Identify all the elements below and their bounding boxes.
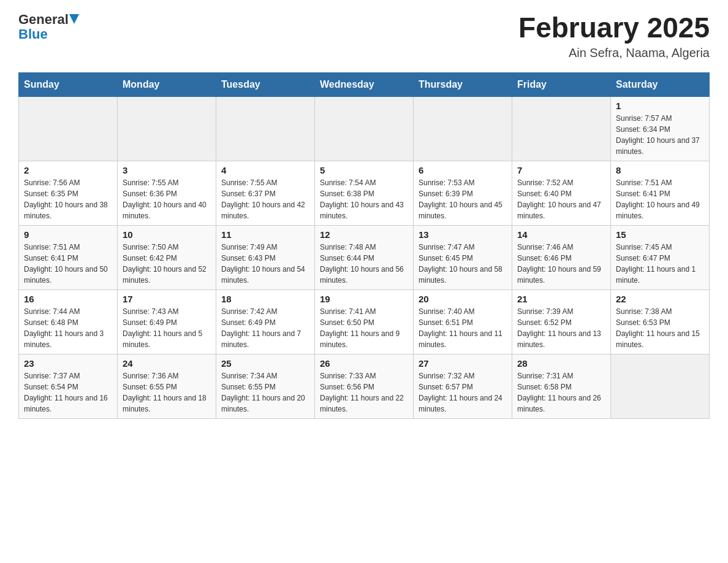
day-info: Sunrise: 7:47 AMSunset: 6:45 PMDaylight:… bbox=[419, 242, 507, 286]
day-number: 12 bbox=[320, 229, 408, 240]
header-thursday: Thursday bbox=[414, 72, 512, 96]
day-number: 13 bbox=[419, 229, 507, 240]
calendar-cell: 24Sunrise: 7:36 AMSunset: 6:55 PMDayligh… bbox=[118, 354, 216, 418]
calendar-table: Sunday Monday Tuesday Wednesday Thursday… bbox=[18, 72, 710, 419]
day-info: Sunrise: 7:33 AMSunset: 6:56 PMDaylight:… bbox=[320, 370, 408, 415]
day-info: Sunrise: 7:55 AMSunset: 6:37 PMDaylight:… bbox=[221, 177, 309, 221]
day-info: Sunrise: 7:52 AMSunset: 6:40 PMDaylight:… bbox=[517, 177, 605, 221]
calendar-cell: 26Sunrise: 7:33 AMSunset: 6:56 PMDayligh… bbox=[315, 354, 414, 418]
calendar-cell bbox=[414, 96, 512, 161]
day-info: Sunrise: 7:57 AMSunset: 6:34 PMDaylight:… bbox=[616, 113, 704, 157]
day-number: 3 bbox=[123, 165, 211, 175]
day-info: Sunrise: 7:49 AMSunset: 6:43 PMDaylight:… bbox=[221, 242, 309, 286]
day-info: Sunrise: 7:51 AMSunset: 6:41 PMDaylight:… bbox=[616, 177, 704, 221]
day-number: 22 bbox=[616, 294, 704, 304]
day-number: 24 bbox=[123, 358, 211, 369]
calendar-cell bbox=[315, 96, 414, 161]
title-block: February 2025 Ain Sefra, Naama, Algeria bbox=[518, 12, 710, 60]
header-tuesday: Tuesday bbox=[216, 72, 315, 96]
calendar-cell: 17Sunrise: 7:43 AMSunset: 6:49 PMDayligh… bbox=[118, 289, 216, 354]
day-info: Sunrise: 7:54 AMSunset: 6:38 PMDaylight:… bbox=[320, 177, 408, 221]
day-info: Sunrise: 7:43 AMSunset: 6:49 PMDaylight:… bbox=[123, 306, 211, 350]
day-info: Sunrise: 7:42 AMSunset: 6:49 PMDaylight:… bbox=[221, 306, 309, 350]
calendar-cell bbox=[512, 96, 611, 161]
day-info: Sunrise: 7:45 AMSunset: 6:47 PMDaylight:… bbox=[616, 242, 704, 286]
calendar-cell: 16Sunrise: 7:44 AMSunset: 6:48 PMDayligh… bbox=[19, 289, 118, 354]
calendar-cell: 25Sunrise: 7:34 AMSunset: 6:55 PMDayligh… bbox=[216, 354, 315, 418]
calendar-cell bbox=[118, 96, 216, 161]
calendar-cell bbox=[216, 96, 315, 161]
calendar-cell: 18Sunrise: 7:42 AMSunset: 6:49 PMDayligh… bbox=[216, 289, 315, 354]
calendar-cell: 9Sunrise: 7:51 AMSunset: 6:41 PMDaylight… bbox=[19, 225, 118, 289]
day-info: Sunrise: 7:40 AMSunset: 6:51 PMDaylight:… bbox=[419, 306, 507, 350]
calendar-cell: 4Sunrise: 7:55 AMSunset: 6:37 PMDaylight… bbox=[216, 161, 315, 225]
calendar-week-row: 9Sunrise: 7:51 AMSunset: 6:41 PMDaylight… bbox=[19, 225, 710, 289]
calendar-cell: 14Sunrise: 7:46 AMSunset: 6:46 PMDayligh… bbox=[512, 225, 611, 289]
header-sunday: Sunday bbox=[19, 72, 118, 96]
day-number: 5 bbox=[320, 165, 408, 175]
calendar-week-row: 2Sunrise: 7:56 AMSunset: 6:35 PMDaylight… bbox=[19, 161, 710, 225]
day-info: Sunrise: 7:53 AMSunset: 6:39 PMDaylight:… bbox=[419, 177, 507, 221]
svg-marker-0 bbox=[69, 14, 79, 24]
calendar-cell bbox=[611, 354, 710, 418]
calendar-week-row: 16Sunrise: 7:44 AMSunset: 6:48 PMDayligh… bbox=[19, 289, 710, 354]
day-info: Sunrise: 7:37 AMSunset: 6:54 PMDaylight:… bbox=[24, 370, 112, 415]
day-info: Sunrise: 7:39 AMSunset: 6:52 PMDaylight:… bbox=[517, 306, 605, 350]
calendar-cell: 23Sunrise: 7:37 AMSunset: 6:54 PMDayligh… bbox=[19, 354, 118, 418]
day-info: Sunrise: 7:50 AMSunset: 6:42 PMDaylight:… bbox=[123, 242, 211, 286]
header-monday: Monday bbox=[118, 72, 216, 96]
day-number: 25 bbox=[221, 358, 309, 369]
day-number: 10 bbox=[123, 229, 211, 240]
header-friday: Friday bbox=[512, 72, 611, 96]
day-number: 1 bbox=[616, 101, 704, 111]
logo-general-text: General bbox=[18, 12, 69, 27]
day-number: 27 bbox=[419, 358, 507, 369]
day-info: Sunrise: 7:32 AMSunset: 6:57 PMDaylight:… bbox=[419, 370, 507, 415]
day-number: 17 bbox=[123, 294, 211, 304]
day-number: 9 bbox=[24, 229, 112, 240]
header-wednesday: Wednesday bbox=[315, 72, 414, 96]
calendar-header-row: Sunday Monday Tuesday Wednesday Thursday… bbox=[19, 72, 710, 96]
day-info: Sunrise: 7:36 AMSunset: 6:55 PMDaylight:… bbox=[123, 370, 211, 415]
day-number: 11 bbox=[221, 229, 309, 240]
calendar-cell: 12Sunrise: 7:48 AMSunset: 6:44 PMDayligh… bbox=[315, 225, 414, 289]
day-info: Sunrise: 7:55 AMSunset: 6:36 PMDaylight:… bbox=[123, 177, 211, 221]
calendar-cell: 6Sunrise: 7:53 AMSunset: 6:39 PMDaylight… bbox=[414, 161, 512, 225]
calendar-cell: 2Sunrise: 7:56 AMSunset: 6:35 PMDaylight… bbox=[19, 161, 118, 225]
calendar-cell: 27Sunrise: 7:32 AMSunset: 6:57 PMDayligh… bbox=[414, 354, 512, 418]
calendar-cell: 20Sunrise: 7:40 AMSunset: 6:51 PMDayligh… bbox=[414, 289, 512, 354]
calendar-cell: 5Sunrise: 7:54 AMSunset: 6:38 PMDaylight… bbox=[315, 161, 414, 225]
day-number: 26 bbox=[320, 358, 408, 369]
day-info: Sunrise: 7:48 AMSunset: 6:44 PMDaylight:… bbox=[320, 242, 408, 286]
day-number: 4 bbox=[221, 165, 309, 175]
day-info: Sunrise: 7:46 AMSunset: 6:46 PMDaylight:… bbox=[517, 242, 605, 286]
calendar-cell: 1Sunrise: 7:57 AMSunset: 6:34 PMDaylight… bbox=[611, 96, 710, 161]
calendar-cell: 8Sunrise: 7:51 AMSunset: 6:41 PMDaylight… bbox=[611, 161, 710, 225]
page-subtitle: Ain Sefra, Naama, Algeria bbox=[518, 46, 710, 60]
calendar-week-row: 1Sunrise: 7:57 AMSunset: 6:34 PMDaylight… bbox=[19, 96, 710, 161]
calendar-cell: 28Sunrise: 7:31 AMSunset: 6:58 PMDayligh… bbox=[512, 354, 611, 418]
day-number: 23 bbox=[24, 358, 112, 369]
day-info: Sunrise: 7:44 AMSunset: 6:48 PMDaylight:… bbox=[24, 306, 112, 350]
calendar-cell: 3Sunrise: 7:55 AMSunset: 6:36 PMDaylight… bbox=[118, 161, 216, 225]
calendar-cell: 7Sunrise: 7:52 AMSunset: 6:40 PMDaylight… bbox=[512, 161, 611, 225]
logo: General Blue bbox=[18, 12, 82, 42]
day-number: 15 bbox=[616, 229, 704, 240]
day-info: Sunrise: 7:56 AMSunset: 6:35 PMDaylight:… bbox=[24, 177, 112, 221]
day-number: 20 bbox=[419, 294, 507, 304]
day-info: Sunrise: 7:31 AMSunset: 6:58 PMDaylight:… bbox=[517, 370, 605, 415]
day-info: Sunrise: 7:51 AMSunset: 6:41 PMDaylight:… bbox=[24, 242, 112, 286]
day-number: 28 bbox=[517, 358, 605, 369]
logo-arrow-icon bbox=[69, 14, 82, 26]
logo-blue-text: Blue bbox=[18, 26, 48, 42]
header-saturday: Saturday bbox=[611, 72, 710, 96]
day-number: 6 bbox=[419, 165, 507, 175]
day-info: Sunrise: 7:41 AMSunset: 6:50 PMDaylight:… bbox=[320, 306, 408, 350]
day-number: 7 bbox=[517, 165, 605, 175]
calendar-cell: 10Sunrise: 7:50 AMSunset: 6:42 PMDayligh… bbox=[118, 225, 216, 289]
day-info: Sunrise: 7:34 AMSunset: 6:55 PMDaylight:… bbox=[221, 370, 309, 415]
calendar-cell: 22Sunrise: 7:38 AMSunset: 6:53 PMDayligh… bbox=[611, 289, 710, 354]
day-number: 8 bbox=[616, 165, 704, 175]
calendar-cell: 15Sunrise: 7:45 AMSunset: 6:47 PMDayligh… bbox=[611, 225, 710, 289]
day-number: 18 bbox=[221, 294, 309, 304]
